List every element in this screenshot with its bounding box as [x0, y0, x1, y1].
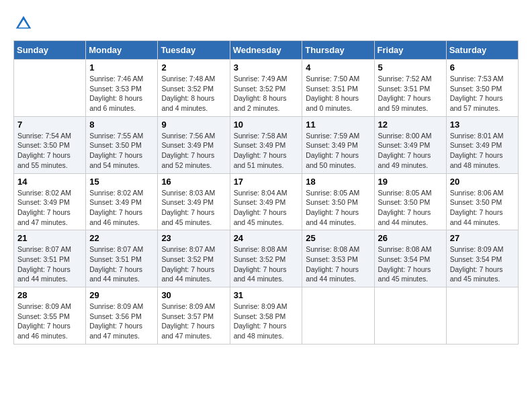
day-number: 27	[450, 233, 515, 243]
day-info: Sunrise: 8:07 AM Sunset: 3:51 PM Dayligh…	[17, 244, 82, 284]
calendar-table: SundayMondayTuesdayWednesdayThursdayFrid…	[13, 40, 519, 345]
calendar-cell	[446, 287, 518, 345]
day-number: 8	[89, 120, 154, 130]
day-info: Sunrise: 7:58 AM Sunset: 3:49 PM Dayligh…	[234, 131, 299, 171]
calendar-cell	[302, 287, 374, 345]
calendar-header-tuesday: Tuesday	[158, 41, 230, 60]
calendar-cell: 13Sunrise: 8:01 AM Sunset: 3:49 PM Dayli…	[446, 116, 518, 173]
day-info: Sunrise: 7:54 AM Sunset: 3:50 PM Dayligh…	[17, 131, 82, 171]
day-number: 2	[161, 62, 226, 73]
calendar-cell: 17Sunrise: 8:04 AM Sunset: 3:49 PM Dayli…	[230, 173, 302, 230]
calendar-cell: 15Sunrise: 8:02 AM Sunset: 3:49 PM Dayli…	[86, 173, 158, 230]
day-info: Sunrise: 8:09 AM Sunset: 3:54 PM Dayligh…	[450, 244, 515, 284]
day-number: 12	[378, 120, 443, 130]
calendar-cell: 8Sunrise: 7:55 AM Sunset: 3:50 PM Daylig…	[86, 116, 158, 173]
calendar-cell: 4Sunrise: 7:50 AM Sunset: 3:51 PM Daylig…	[302, 60, 374, 117]
calendar-cell: 24Sunrise: 8:08 AM Sunset: 3:52 PM Dayli…	[230, 230, 302, 287]
logo	[13, 13, 36, 34]
day-info: Sunrise: 8:09 AM Sunset: 3:57 PM Dayligh…	[161, 302, 226, 341]
calendar-cell: 2Sunrise: 7:48 AM Sunset: 3:52 PM Daylig…	[158, 60, 230, 117]
calendar-cell: 12Sunrise: 8:00 AM Sunset: 3:49 PM Dayli…	[374, 116, 446, 173]
calendar-cell: 3Sunrise: 7:49 AM Sunset: 3:52 PM Daylig…	[230, 60, 302, 117]
calendar-cell: 1Sunrise: 7:46 AM Sunset: 3:53 PM Daylig…	[86, 60, 158, 117]
day-info: Sunrise: 7:53 AM Sunset: 3:50 PM Dayligh…	[450, 74, 515, 113]
day-info: Sunrise: 8:09 AM Sunset: 3:58 PM Dayligh…	[234, 302, 299, 341]
calendar-header-monday: Monday	[86, 41, 158, 60]
calendar-cell: 23Sunrise: 8:07 AM Sunset: 3:52 PM Dayli…	[158, 230, 230, 287]
day-info: Sunrise: 7:59 AM Sunset: 3:49 PM Dayligh…	[306, 131, 370, 171]
calendar-cell: 31Sunrise: 8:09 AM Sunset: 3:58 PM Dayli…	[230, 287, 302, 345]
day-number: 4	[306, 62, 370, 73]
day-number: 29	[89, 290, 154, 300]
calendar-cell: 20Sunrise: 8:06 AM Sunset: 3:50 PM Dayli…	[446, 173, 518, 230]
calendar-header-sunday: Sunday	[14, 41, 86, 60]
day-info: Sunrise: 7:50 AM Sunset: 3:51 PM Dayligh…	[306, 74, 370, 113]
day-number: 16	[161, 177, 226, 187]
calendar-cell: 25Sunrise: 8:08 AM Sunset: 3:53 PM Dayli…	[302, 230, 374, 287]
calendar-week-row: 7Sunrise: 7:54 AM Sunset: 3:50 PM Daylig…	[14, 116, 519, 173]
day-number: 9	[161, 120, 226, 130]
calendar-cell: 27Sunrise: 8:09 AM Sunset: 3:54 PM Dayli…	[446, 230, 518, 287]
calendar-week-row: 14Sunrise: 8:02 AM Sunset: 3:49 PM Dayli…	[14, 173, 519, 230]
day-number: 20	[450, 177, 515, 187]
day-number: 13	[450, 120, 515, 130]
calendar-cell: 10Sunrise: 7:58 AM Sunset: 3:49 PM Dayli…	[230, 116, 302, 173]
day-number: 26	[378, 233, 443, 243]
day-number: 14	[17, 177, 82, 187]
day-number: 7	[17, 120, 82, 130]
day-number: 28	[17, 290, 82, 300]
day-number: 23	[161, 233, 226, 243]
calendar-week-row: 1Sunrise: 7:46 AM Sunset: 3:53 PM Daylig…	[14, 60, 519, 117]
day-number: 22	[89, 233, 154, 243]
day-number: 5	[378, 62, 443, 73]
day-info: Sunrise: 8:01 AM Sunset: 3:49 PM Dayligh…	[450, 131, 515, 171]
calendar-cell: 28Sunrise: 8:09 AM Sunset: 3:55 PM Dayli…	[14, 287, 86, 345]
calendar-cell	[374, 287, 446, 345]
day-number: 25	[306, 233, 370, 243]
day-info: Sunrise: 8:08 AM Sunset: 3:53 PM Dayligh…	[306, 244, 370, 284]
day-info: Sunrise: 8:02 AM Sunset: 3:49 PM Dayligh…	[89, 188, 154, 228]
calendar-cell: 14Sunrise: 8:02 AM Sunset: 3:49 PM Dayli…	[14, 173, 86, 230]
calendar-cell: 21Sunrise: 8:07 AM Sunset: 3:51 PM Dayli…	[14, 230, 86, 287]
day-info: Sunrise: 7:48 AM Sunset: 3:52 PM Dayligh…	[161, 74, 226, 113]
calendar-cell: 5Sunrise: 7:52 AM Sunset: 3:51 PM Daylig…	[374, 60, 446, 117]
calendar-cell: 29Sunrise: 8:09 AM Sunset: 3:56 PM Dayli…	[86, 287, 158, 345]
day-info: Sunrise: 8:09 AM Sunset: 3:56 PM Dayligh…	[89, 302, 154, 341]
calendar-header-row: SundayMondayTuesdayWednesdayThursdayFrid…	[14, 41, 519, 60]
day-info: Sunrise: 8:06 AM Sunset: 3:50 PM Dayligh…	[450, 188, 515, 228]
page-header	[13, 13, 519, 34]
day-number: 30	[161, 290, 226, 300]
calendar-cell: 6Sunrise: 7:53 AM Sunset: 3:50 PM Daylig…	[446, 60, 518, 117]
day-info: Sunrise: 8:04 AM Sunset: 3:49 PM Dayligh…	[234, 188, 299, 228]
day-number: 17	[234, 177, 299, 187]
calendar-header-wednesday: Wednesday	[230, 41, 302, 60]
day-number: 3	[234, 62, 299, 73]
calendar-cell: 22Sunrise: 8:07 AM Sunset: 3:51 PM Dayli…	[86, 230, 158, 287]
day-number: 6	[450, 62, 515, 73]
day-number: 11	[306, 120, 370, 130]
day-info: Sunrise: 7:46 AM Sunset: 3:53 PM Dayligh…	[89, 74, 154, 113]
calendar-cell: 16Sunrise: 8:03 AM Sunset: 3:49 PM Dayli…	[158, 173, 230, 230]
day-info: Sunrise: 8:05 AM Sunset: 3:50 PM Dayligh…	[378, 188, 443, 228]
day-info: Sunrise: 8:05 AM Sunset: 3:50 PM Dayligh…	[306, 188, 370, 228]
calendar-header-friday: Friday	[374, 41, 446, 60]
calendar-header-saturday: Saturday	[446, 41, 518, 60]
calendar-cell	[14, 60, 86, 117]
calendar-cell: 9Sunrise: 7:56 AM Sunset: 3:49 PM Daylig…	[158, 116, 230, 173]
day-info: Sunrise: 7:56 AM Sunset: 3:49 PM Dayligh…	[161, 131, 226, 171]
day-number: 31	[234, 290, 299, 300]
calendar-cell: 30Sunrise: 8:09 AM Sunset: 3:57 PM Dayli…	[158, 287, 230, 345]
day-info: Sunrise: 8:08 AM Sunset: 3:54 PM Dayligh…	[378, 244, 443, 284]
day-info: Sunrise: 8:02 AM Sunset: 3:49 PM Dayligh…	[17, 188, 82, 228]
day-number: 10	[234, 120, 299, 130]
calendar-header-thursday: Thursday	[302, 41, 374, 60]
day-info: Sunrise: 8:09 AM Sunset: 3:55 PM Dayligh…	[17, 302, 82, 341]
calendar-cell: 7Sunrise: 7:54 AM Sunset: 3:50 PM Daylig…	[14, 116, 86, 173]
calendar-week-row: 21Sunrise: 8:07 AM Sunset: 3:51 PM Dayli…	[14, 230, 519, 287]
day-number: 1	[89, 62, 154, 73]
day-number: 19	[378, 177, 443, 187]
calendar-cell: 19Sunrise: 8:05 AM Sunset: 3:50 PM Dayli…	[374, 173, 446, 230]
day-info: Sunrise: 8:00 AM Sunset: 3:49 PM Dayligh…	[378, 131, 443, 171]
day-info: Sunrise: 8:03 AM Sunset: 3:49 PM Dayligh…	[161, 188, 226, 228]
day-info: Sunrise: 8:07 AM Sunset: 3:51 PM Dayligh…	[89, 244, 154, 284]
